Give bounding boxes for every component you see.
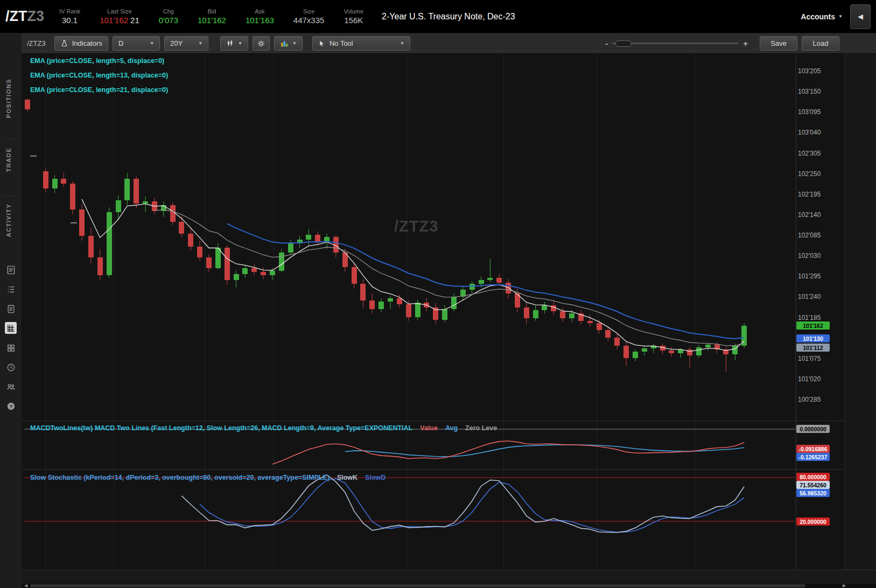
chevron-down-icon: ▼ — [292, 41, 297, 46]
symbol-title: /ZTZ3 — [5, 8, 44, 25]
chart-icon[interactable] — [5, 322, 17, 334]
watchlist-icon[interactable] — [5, 283, 17, 295]
history-icon[interactable] — [5, 361, 17, 373]
news-icon[interactable] — [5, 264, 17, 276]
pattern-icon — [280, 39, 289, 48]
tool-value: No Tool — [330, 39, 353, 47]
quote-header: /ZTZ3 IV Rank30.1Last Size101'16221Chg0'… — [0, 0, 876, 33]
trading-platform-window: /ZTZ3 IV Rank30.1Last Size101'16221Chg0'… — [0, 0, 876, 588]
range-dropdown[interactable]: 20Y ▼ — [164, 36, 208, 51]
scroll-left-icon[interactable]: ◀ — [23, 584, 29, 588]
date-axis[interactable] — [22, 570, 876, 584]
quote-stat-iv-rank: IV Rank30.1 — [59, 8, 80, 25]
quote-stat-last-size: Last Size101'16221 — [100, 8, 139, 25]
sidebar-tab-trade[interactable]: TRADE — [5, 148, 12, 172]
orders-icon[interactable] — [5, 303, 17, 314]
gear-icon — [257, 39, 265, 48]
zoom-control: - + — [605, 39, 748, 48]
active-tool-dropdown[interactable]: No Tool ▼ — [312, 36, 410, 51]
horizontal-scrollbar[interactable]: ◀ ▶ — [22, 584, 876, 588]
beaker-icon — [60, 39, 68, 47]
quote-stats: IV Rank30.1Last Size101'16221Chg0'073Bid… — [59, 8, 363, 25]
left-sidebar: POSITIONS TRADE ACTIVITY ? — [0, 33, 22, 588]
indicators-button[interactable]: Indicators — [54, 36, 108, 51]
chart-background — [22, 54, 876, 588]
community-icon[interactable] — [5, 381, 17, 393]
grid-icon[interactable] — [5, 342, 17, 354]
quote-stat-size: Size447x335 — [293, 8, 325, 25]
contract-title: 2-Year U.S. Treasury Note, Dec-23 — [382, 12, 515, 22]
sidebar-divider — [3, 139, 18, 139]
accounts-label: Accounts — [801, 12, 835, 21]
chevron-down-icon: ▼ — [838, 14, 843, 19]
quote-stat-volume: Volume156K — [344, 8, 363, 25]
price-axis-strip[interactable] — [844, 54, 876, 588]
zoom-slider[interactable] — [612, 43, 739, 44]
chart-symbol-label: /ZTZ3 — [27, 39, 46, 47]
zoom-in-button[interactable]: + — [743, 39, 748, 48]
sidebar-divider — [3, 196, 18, 197]
symbol-expiry: Z3 — [27, 8, 45, 24]
chart-toolbar: /ZTZ3 Indicators D ▼ 20Y ▼ ▼ — [22, 33, 876, 54]
zoom-out-button[interactable]: - — [605, 39, 608, 48]
save-button[interactable]: Save — [760, 36, 797, 51]
scrollbar-thumb[interactable] — [30, 584, 805, 587]
chevron-left-icon: ◀ — [858, 12, 863, 20]
chevron-down-icon: ▼ — [198, 41, 202, 46]
chevron-down-icon: ▼ — [150, 41, 154, 46]
quote-stat-chg: Chg0'073 — [159, 8, 178, 25]
quote-stat-bid: Bid101'162 — [198, 8, 226, 25]
timeframe-dropdown[interactable]: D ▼ — [113, 36, 160, 51]
load-button[interactable]: Load — [802, 36, 839, 51]
sidebar-tab-activity[interactable]: ACTIVITY — [5, 204, 12, 237]
symbol-root: /ZT — [5, 8, 27, 24]
pattern-tool-dropdown[interactable]: ▼ — [274, 36, 303, 51]
chevron-down-icon: ▼ — [238, 41, 242, 46]
chart-type-dropdown[interactable]: ▼ — [220, 36, 248, 51]
help-icon[interactable]: ? — [5, 400, 17, 412]
zoom-slider-handle[interactable] — [615, 40, 632, 47]
sidebar-tab-positions[interactable]: POSITIONS — [5, 79, 12, 118]
range-value: 20Y — [170, 39, 183, 47]
collapse-panel-button[interactable]: ◀ — [850, 4, 871, 29]
accounts-dropdown[interactable]: Accounts ▼ — [801, 12, 843, 21]
indicators-label: Indicators — [72, 39, 102, 47]
chevron-down-icon: ▼ — [400, 41, 404, 46]
quote-stat-ask: Ask101'163 — [246, 8, 274, 25]
candlestick-icon — [226, 39, 234, 47]
cursor-icon — [318, 39, 325, 47]
timeframe-value: D — [118, 39, 123, 47]
settings-button[interactable] — [253, 36, 270, 51]
svg-text:?: ? — [9, 403, 12, 409]
scroll-right-icon[interactable]: ▶ — [841, 584, 847, 588]
